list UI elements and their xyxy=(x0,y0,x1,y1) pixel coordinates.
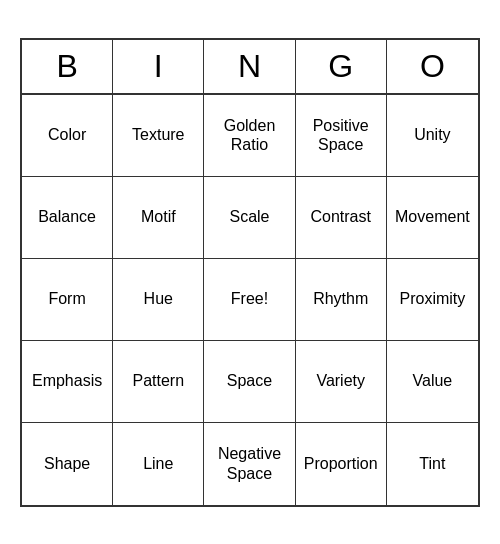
cell-label: Rhythm xyxy=(313,289,368,308)
bingo-cell: Tint xyxy=(387,423,478,505)
bingo-cell: Contrast xyxy=(296,177,387,259)
cell-label: Hue xyxy=(144,289,173,308)
cell-label: Proportion xyxy=(304,454,378,473)
cell-label: Space xyxy=(227,371,272,390)
bingo-cell: Balance xyxy=(22,177,113,259)
header-letter: I xyxy=(113,40,204,93)
bingo-cell: Proximity xyxy=(387,259,478,341)
header-letter: B xyxy=(22,40,113,93)
cell-label: Proximity xyxy=(400,289,466,308)
cell-label: Line xyxy=(143,454,173,473)
cell-label: Texture xyxy=(132,125,184,144)
cell-label: Tint xyxy=(419,454,445,473)
bingo-card: BINGO ColorTextureGolden RatioPositive S… xyxy=(20,38,480,507)
cell-label: Color xyxy=(48,125,86,144)
bingo-cell: Value xyxy=(387,341,478,423)
bingo-cell: Shape xyxy=(22,423,113,505)
bingo-cell: Scale xyxy=(204,177,295,259)
bingo-cell: Positive Space xyxy=(296,95,387,177)
cell-label: Value xyxy=(413,371,453,390)
cell-label: Pattern xyxy=(132,371,184,390)
bingo-cell: Texture xyxy=(113,95,204,177)
cell-label: Unity xyxy=(414,125,450,144)
bingo-cell: Rhythm xyxy=(296,259,387,341)
bingo-cell: Unity xyxy=(387,95,478,177)
bingo-cell: Hue xyxy=(113,259,204,341)
cell-label: Variety xyxy=(316,371,365,390)
cell-label: Negative Space xyxy=(208,444,290,482)
cell-label: Form xyxy=(48,289,85,308)
bingo-cell: Variety xyxy=(296,341,387,423)
cell-label: Balance xyxy=(38,207,96,226)
bingo-cell: Pattern xyxy=(113,341,204,423)
bingo-cell: Line xyxy=(113,423,204,505)
bingo-cell: Golden Ratio xyxy=(204,95,295,177)
cell-label: Golden Ratio xyxy=(208,116,290,154)
cell-label: Contrast xyxy=(310,207,370,226)
bingo-cell: Negative Space xyxy=(204,423,295,505)
bingo-cell: Color xyxy=(22,95,113,177)
bingo-cell: Movement xyxy=(387,177,478,259)
bingo-header: BINGO xyxy=(22,40,478,95)
bingo-cell: Form xyxy=(22,259,113,341)
bingo-cell: Emphasis xyxy=(22,341,113,423)
cell-label: Emphasis xyxy=(32,371,102,390)
bingo-cell: Motif xyxy=(113,177,204,259)
bingo-cell: Free! xyxy=(204,259,295,341)
cell-label: Scale xyxy=(229,207,269,226)
cell-label: Shape xyxy=(44,454,90,473)
cell-label: Positive Space xyxy=(300,116,382,154)
header-letter: G xyxy=(296,40,387,93)
bingo-cell: Space xyxy=(204,341,295,423)
header-letter: O xyxy=(387,40,478,93)
bingo-cell: Proportion xyxy=(296,423,387,505)
cell-label: Motif xyxy=(141,207,176,226)
cell-label: Free! xyxy=(231,289,268,308)
header-letter: N xyxy=(204,40,295,93)
bingo-grid: ColorTextureGolden RatioPositive SpaceUn… xyxy=(22,95,478,505)
cell-label: Movement xyxy=(395,207,470,226)
